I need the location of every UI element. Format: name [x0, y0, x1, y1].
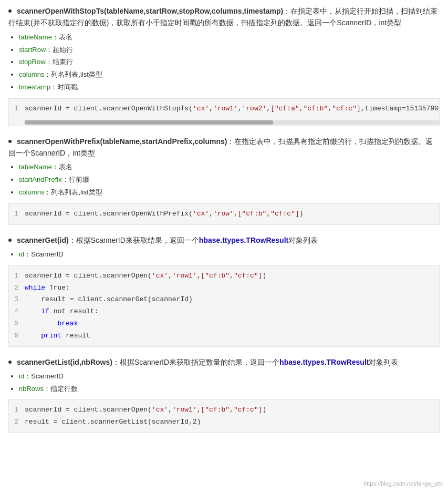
section4-title: scannerGetList(id,nbRows)：根据ScannerID来获取… [8, 356, 440, 368]
param-tableName-1: tableName：表名 [19, 32, 440, 43]
code-line-1-1: 1 scannerId = client.scannerOpenWithStop… [9, 103, 439, 115]
line-code-3-4: if not result: [25, 306, 98, 317]
param-list-2: tableName：表名 startAndPrefix：行前缀 columns：… [19, 162, 440, 198]
param-timestamp-1: timestamp：时间戳 [19, 82, 440, 93]
param-startRow-1: startRow：起始行 [19, 45, 440, 56]
code-line-3-5: 5 break [9, 318, 439, 330]
fn-name-4: scannerGetList(id,nbRows) [17, 358, 112, 366]
line-num-3-3: 3 [9, 294, 25, 305]
scrollbar-1[interactable] [25, 120, 439, 125]
line-num-4-2: 2 [9, 417, 25, 428]
fn-name-3: scannerGet(id) [17, 236, 69, 244]
line-num-3-2: 2 [9, 283, 25, 294]
code-content-4: 1 scannerId = client.scannerOpen('cx','r… [9, 400, 439, 433]
scrollbar-thumb-1 [25, 120, 273, 125]
code-content-1: 1 scannerId = client.scannerOpenWithStop… [9, 99, 439, 119]
param-columns-1: columns：列名列表,list类型 [19, 69, 440, 80]
code-line-4-1: 1 scannerId = client.scannerOpen('cx','r… [9, 404, 439, 416]
code-content-3: 1 scannerId = client.scannerOpen('cx','r… [9, 266, 439, 346]
section-scannerOpenWithStopTs: scannerOpenWithStopTs(tableName,startRow… [8, 5, 440, 126]
bullet-dot-1 [8, 9, 12, 13]
section-scannerGet: scannerGet(id)：根据ScannerID来获取结果，返回一个hbas… [8, 234, 440, 347]
line-num-3-5: 5 [9, 319, 25, 330]
fn-link-4: hbase.ttypes.TRowResult [279, 358, 369, 366]
code-line-2-1: 1 scannerId = client.scannerOpenWithPref… [9, 208, 439, 220]
code-line-3-3: 3 result = client.scannerGet(scannerId) [9, 294, 439, 306]
line-code-3-6: print result [25, 331, 90, 342]
line-code-3-1: scannerId = client.scannerOpen('cx','row… [25, 271, 266, 282]
bullet-dot-2 [8, 140, 12, 143]
section-scannerGetList: scannerGetList(id,nbRows)：根据ScannerID来获取… [8, 356, 440, 434]
param-list-1: tableName：表名 startRow：起始行 stopRow：结束行 co… [19, 32, 440, 93]
param-nbRows-4: nbRows：指定行数 [19, 384, 440, 395]
line-code-3-5: break [25, 319, 78, 330]
line-num-4-1: 1 [9, 405, 25, 416]
param-id-3: id：ScannerID [19, 249, 440, 260]
line-code-1-1: scannerId = client.scannerOpenWithStopTs… [25, 104, 440, 115]
fn-desc-3: ：根据ScannerID来获取结果，返回一个 [69, 236, 199, 244]
fn-name-1: scannerOpenWithStopTs(tableName,startRow… [17, 7, 283, 15]
param-list-3: id：ScannerID [19, 249, 440, 260]
line-code-2-1: scannerId = client.scannerOpenWithPrefix… [25, 209, 304, 220]
line-code-4-2: result = client.scannerGetList(scannerId… [25, 417, 201, 428]
line-code-3-3: result = client.scannerGet(scannerId) [25, 294, 193, 305]
param-columns-2: columns：列名列表,list类型 [19, 187, 440, 198]
line-code-3-2: while True: [25, 283, 70, 294]
line-num-3-4: 4 [9, 306, 25, 317]
line-num-3-1: 1 [9, 271, 25, 282]
section3-title: scannerGet(id)：根据ScannerID来获取结果，返回一个hbas… [8, 234, 440, 246]
code-line-4-2: 2 result = client.scannerGetList(scanner… [9, 416, 439, 428]
code-block-3[interactable]: 1 scannerId = client.scannerOpen('cx','r… [8, 265, 440, 347]
code-block-1[interactable]: 1 scannerId = client.scannerOpenWithStop… [8, 98, 440, 126]
param-stopRow-1: stopRow：结束行 [19, 57, 440, 68]
section2-title: scannerOpenWithPrefix(tableName,startAnd… [8, 136, 440, 159]
fn-desc3-suffix: 对象列表 [288, 236, 318, 244]
param-startAndPrefix-2: startAndPrefix：行前缀 [19, 174, 440, 186]
fn-desc4-suffix: 对象列表 [369, 358, 398, 366]
line-code-4-1: scannerId = client.scannerOpen('cx','row… [25, 405, 266, 416]
line-num-2-1: 1 [9, 209, 25, 220]
code-line-3-1: 1 scannerId = client.scannerOpen('cx','r… [9, 270, 439, 282]
code-content-2: 1 scannerId = client.scannerOpenWithPref… [9, 204, 439, 224]
code-block-2[interactable]: 1 scannerId = client.scannerOpenWithPref… [8, 203, 440, 225]
fn-link-3: hbase.ttypes.TRowResult [199, 236, 288, 244]
code-line-3-2: 2 while True: [9, 282, 439, 294]
bullet-dot-4 [8, 361, 12, 364]
line-num-1-1: 1 [9, 104, 25, 115]
code-line-3-6: 6 print result [9, 330, 439, 342]
code-line-3-4: 4 if not result: [9, 306, 439, 318]
fn-desc-4: ：根据ScannerID来获取指定数量的结果，返回一个 [112, 358, 279, 366]
code-block-4[interactable]: 1 scannerId = client.scannerOpen('cx','r… [8, 399, 440, 433]
bullet-dot-3 [8, 239, 12, 242]
param-tableName-2: tableName：表名 [19, 162, 440, 173]
section-scannerOpenWithPrefix: scannerOpenWithPrefix(tableName,startAnd… [8, 136, 440, 225]
fn-name-2: scannerOpenWithPrefix(tableName,startAnd… [17, 137, 227, 146]
param-id-4: id：ScannerID [19, 371, 440, 382]
line-num-3-6: 6 [9, 331, 25, 342]
param-list-4: id：ScannerID nbRows：指定行数 [19, 371, 440, 395]
section1-title: scannerOpenWithStopTs(tableName,startRow… [8, 5, 440, 29]
